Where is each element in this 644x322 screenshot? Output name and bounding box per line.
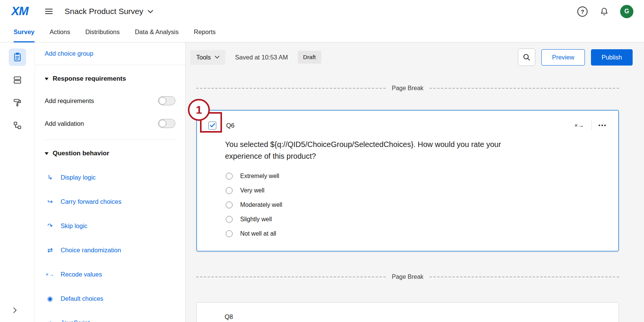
- qualtrics-survey-editor: { "header": { "logo": "XM", "survey_titl…: [0, 0, 644, 322]
- response-requirements-section: Response requirements Add requirements A…: [35, 75, 185, 140]
- publish-button[interactable]: Publish: [591, 49, 633, 66]
- sidebar-item-skip-logic[interactable]: ↷ Skip logic: [45, 222, 175, 230]
- question-behavior-section: Question behavior ↳ Display logic ↪ Carr…: [35, 150, 185, 322]
- add-validation-toggle[interactable]: [158, 119, 175, 128]
- bell-icon: [600, 7, 609, 16]
- tab-survey[interactable]: Survey: [14, 23, 34, 42]
- help-button[interactable]: ?: [577, 6, 588, 17]
- skip-logic-icon: ↷: [45, 222, 55, 230]
- radio-icon: [226, 173, 233, 180]
- tab-reports[interactable]: Reports: [194, 23, 216, 42]
- collapse-panel-chevron-icon[interactable]: [11, 306, 19, 316]
- radio-icon: [226, 216, 233, 223]
- draft-badge: Draft: [298, 51, 321, 64]
- add-requirements-row: Add requirements: [45, 96, 175, 105]
- page-break-label: Page Break: [392, 85, 424, 92]
- question-id: Q8: [225, 313, 607, 320]
- tab-actions[interactable]: Actions: [50, 23, 70, 42]
- chevron-down-icon: [148, 8, 153, 15]
- sidebar-item-choice-randomization[interactable]: ⇄ Choice randomization: [45, 246, 175, 254]
- choice-list: Extremely well Very well Moderately well…: [226, 172, 607, 238]
- toggle-knob: [159, 97, 166, 105]
- left-icon-rail: [0, 42, 35, 322]
- page-break: Page Break: [196, 273, 619, 281]
- tools-dropdown[interactable]: Tools: [190, 50, 225, 65]
- question-actions: ×→ •••: [574, 120, 607, 130]
- response-requirements-header[interactable]: Response requirements: [45, 75, 175, 83]
- javascript-icon: </>: [45, 320, 55, 322]
- toggle-knob: [159, 120, 166, 127]
- choice-option[interactable]: Extremely well: [226, 172, 607, 180]
- carry-forward-icon: ↪: [45, 198, 55, 206]
- question-card-q6[interactable]: 1 Q6 ×→ ••• You selected ${q://QID5/Choi…: [196, 110, 619, 252]
- choice-option[interactable]: Moderately well: [226, 201, 607, 209]
- sidebar-divider: [45, 139, 175, 140]
- main-nav-tabs: Survey Actions Distributions Data & Anal…: [0, 23, 644, 42]
- xm-logo[interactable]: XM: [11, 5, 28, 18]
- question-card-q8[interactable]: Q8 Your four-digit coupon code is: ${e:/…: [196, 302, 619, 322]
- choice-randomization-icon: ⇄: [45, 246, 55, 254]
- hamburger-menu-icon[interactable]: [44, 7, 53, 16]
- blocks-icon[interactable]: [9, 71, 26, 89]
- page-break: Page Break: [196, 84, 619, 92]
- survey-title: Snack Product Survey: [65, 7, 144, 16]
- preview-button[interactable]: Preview: [541, 49, 585, 66]
- question-options-sidebar: Add choice group Response requirements A…: [35, 42, 186, 322]
- add-validation-label: Add validation: [45, 120, 84, 127]
- radio-icon: [226, 230, 233, 237]
- more-options-icon[interactable]: •••: [599, 122, 607, 128]
- survey-canvas: Page Break 1 Q6 ×→ ••• You se: [186, 72, 644, 322]
- page-break-line: [196, 88, 386, 89]
- default-choices-icon: ◉: [45, 295, 55, 303]
- caret-down-icon: [45, 78, 48, 80]
- tab-data-analysis[interactable]: Data & Analysis: [135, 23, 179, 42]
- radio-icon: [226, 202, 233, 208]
- topbar-actions: ? G: [577, 5, 633, 18]
- add-validation-row: Add validation: [45, 119, 175, 128]
- page-break-line: [430, 88, 619, 89]
- top-header: XM Snack Product Survey ? G: [0, 0, 644, 23]
- tab-distributions[interactable]: Distributions: [85, 23, 120, 42]
- annotation-step-circle: 1: [188, 99, 210, 121]
- toolbar-right-actions: Preview Publish: [518, 48, 633, 66]
- choice-option[interactable]: Very well: [226, 186, 607, 195]
- survey-builder-icon[interactable]: [9, 48, 26, 66]
- checkmark-icon: [210, 123, 215, 128]
- look-and-feel-icon[interactable]: [9, 94, 26, 111]
- page-break-line: [196, 277, 386, 277]
- radio-icon: [226, 187, 233, 194]
- question-text[interactable]: You selected ${q://QID5/ChoiceGroup/Sele…: [225, 139, 524, 162]
- user-avatar[interactable]: G: [620, 5, 633, 18]
- page-break-label: Page Break: [392, 274, 424, 280]
- editor-toolbar: Tools Saved at 10:53 AM Draft Preview Pu…: [186, 42, 644, 72]
- add-requirements-label: Add requirements: [45, 97, 94, 105]
- recode-values-icon[interactable]: ×→: [574, 122, 585, 129]
- sidebar-item-recode-values[interactable]: ×→ Recode values: [45, 270, 175, 278]
- sidebar-item-display-logic[interactable]: ↳ Display logic: [45, 173, 175, 181]
- search-icon: [522, 53, 531, 61]
- question-header: Q6 ×→ •••: [208, 120, 607, 130]
- save-status: Saved at 10:53 AM: [235, 54, 288, 61]
- survey-title-dropdown[interactable]: Snack Product Survey: [65, 7, 153, 16]
- divider: [591, 120, 592, 130]
- add-choice-group-link[interactable]: Add choice group: [45, 50, 93, 57]
- sidebar-item-carry-forward-choices[interactable]: ↪ Carry forward choices: [45, 197, 175, 206]
- sidebar-item-javascript[interactable]: </> JavaScript: [45, 319, 175, 322]
- content-area: Add choice group Response requirements A…: [0, 42, 644, 322]
- question-behavior-header[interactable]: Question behavior: [45, 150, 175, 157]
- display-logic-icon: ↳: [45, 174, 55, 181]
- add-requirements-toggle[interactable]: [158, 96, 175, 105]
- survey-editor-main: Tools Saved at 10:53 AM Draft Preview Pu…: [186, 42, 644, 322]
- caret-down-icon: [45, 152, 48, 155]
- search-button[interactable]: [518, 48, 535, 66]
- question-select-checkbox[interactable]: [208, 122, 216, 130]
- sidebar-top-section: Add choice group: [35, 42, 185, 65]
- notifications-button[interactable]: [600, 7, 609, 16]
- choice-option[interactable]: Not well at all: [226, 230, 607, 238]
- sidebar-item-default-choices[interactable]: ◉ Default choices: [45, 294, 175, 303]
- choice-option[interactable]: Slightly well: [226, 215, 607, 224]
- page-break-line: [430, 277, 619, 277]
- recode-values-icon: ×→: [45, 272, 55, 277]
- question-id: Q6: [226, 122, 234, 129]
- survey-flow-icon[interactable]: [9, 117, 26, 134]
